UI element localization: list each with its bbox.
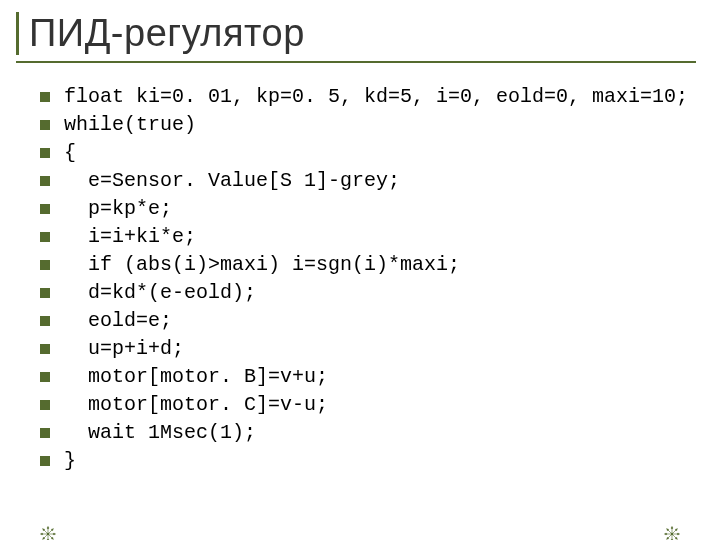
svg-point-7 xyxy=(41,533,43,535)
code-text: motor[motor. C]=v-u; xyxy=(64,395,328,415)
code-text: if (abs(i)>maxi) i=sgn(i)*maxi; xyxy=(64,255,460,275)
code-content: float ki=0. 01, kp=0. 5, kd=5, i=0, eold… xyxy=(40,87,720,471)
code-line: if (abs(i)>maxi) i=sgn(i)*maxi; xyxy=(40,255,720,275)
svg-point-9 xyxy=(43,529,45,531)
bullet-icon xyxy=(40,148,50,158)
bullet-icon xyxy=(40,120,50,130)
code-line: motor[motor. C]=v-u; xyxy=(40,395,720,415)
slide: ПИД-регулятор float ki=0. 01, kp=0. 5, k… xyxy=(0,12,720,540)
bullet-icon xyxy=(40,456,50,466)
svg-point-5 xyxy=(47,527,49,529)
svg-point-24 xyxy=(676,529,678,531)
title-bar-inner: ПИД-регулятор xyxy=(16,12,696,55)
bullet-icon xyxy=(40,428,50,438)
code-text: eold=e; xyxy=(64,311,172,331)
code-text: } xyxy=(64,451,76,471)
bullet-icon xyxy=(40,372,50,382)
code-text: { xyxy=(64,143,76,163)
code-text: p=kp*e; xyxy=(64,199,172,219)
bullet-icon xyxy=(40,232,50,242)
code-line: u=p+i+d; xyxy=(40,339,720,359)
svg-point-12 xyxy=(43,538,45,540)
bullet-icon xyxy=(40,400,50,410)
svg-point-20 xyxy=(665,533,667,535)
code-line: { xyxy=(40,143,720,163)
bullet-icon xyxy=(40,288,50,298)
bullet-icon xyxy=(40,344,50,354)
svg-point-25 xyxy=(667,538,669,540)
title-bar: ПИД-регулятор xyxy=(16,12,696,63)
svg-point-21 xyxy=(677,533,679,535)
bullet-icon xyxy=(40,92,50,102)
code-text: while(true) xyxy=(64,115,196,135)
code-text: wait 1Msec(1); xyxy=(64,423,256,443)
bullet-icon xyxy=(40,204,50,214)
code-text: motor[motor. B]=v+u; xyxy=(64,367,328,387)
svg-point-22 xyxy=(667,529,669,531)
code-line: d=kd*(e-eold); xyxy=(40,283,720,303)
code-text: u=p+i+d; xyxy=(64,339,184,359)
code-line: wait 1Msec(1); xyxy=(40,423,720,443)
bullet-icon xyxy=(40,176,50,186)
code-line: i=i+ki*e; xyxy=(40,227,720,247)
ornament-icon xyxy=(40,526,56,540)
svg-point-18 xyxy=(671,527,673,529)
bullet-icon xyxy=(40,316,50,326)
svg-point-11 xyxy=(52,529,54,531)
code-text: d=kd*(e-eold); xyxy=(64,283,256,303)
code-line: } xyxy=(40,451,720,471)
footer-ornaments xyxy=(0,526,720,540)
svg-point-8 xyxy=(53,533,55,535)
code-line: motor[motor. B]=v+u; xyxy=(40,367,720,387)
code-text: e=Sensor. Value[S 1]-grey; xyxy=(64,171,400,191)
bullet-icon xyxy=(40,260,50,270)
code-line: eold=e; xyxy=(40,311,720,331)
code-line: e=Sensor. Value[S 1]-grey; xyxy=(40,171,720,191)
code-line: while(true) xyxy=(40,115,720,135)
code-text: float ki=0. 01, kp=0. 5, kd=5, i=0, eold… xyxy=(64,87,688,107)
ornament-icon xyxy=(664,526,680,540)
svg-point-23 xyxy=(676,538,678,540)
code-line: float ki=0. 01, kp=0. 5, kd=5, i=0, eold… xyxy=(40,87,720,107)
code-text: i=i+ki*e; xyxy=(64,227,196,247)
slide-title: ПИД-регулятор xyxy=(29,12,696,55)
svg-point-10 xyxy=(52,538,54,540)
code-line: p=kp*e; xyxy=(40,199,720,219)
